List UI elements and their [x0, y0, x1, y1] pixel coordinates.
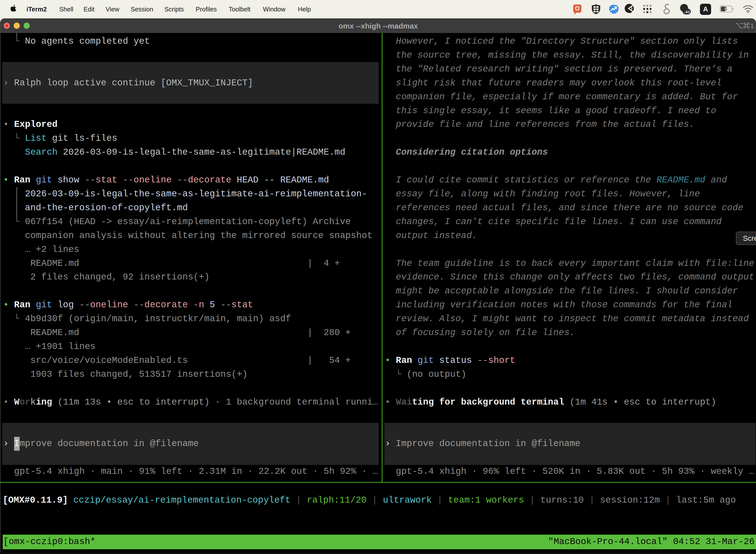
svg-text:..61: ..61 [684, 10, 690, 14]
svg-text:1: 1 [750, 22, 754, 30]
